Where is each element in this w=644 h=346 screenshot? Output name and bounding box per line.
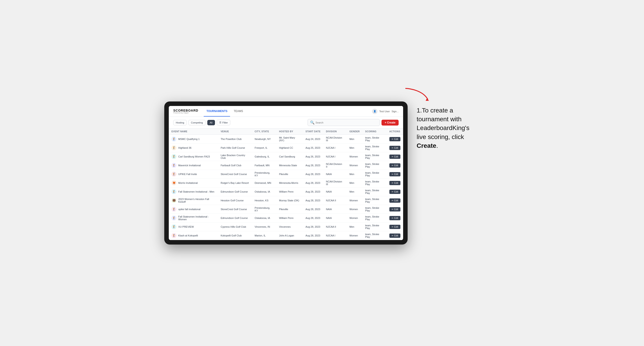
annotation-part2: . <box>436 142 438 149</box>
edit-button[interactable]: ✏ Edit <box>389 155 400 159</box>
tab-tournaments[interactable]: TOURNAMENTS <box>204 106 230 117</box>
hosted-cell: Murray State (OK) <box>276 196 303 205</box>
red-arrow-svg <box>403 86 430 104</box>
hosted-cell: Vincennes <box>276 222 303 231</box>
annotation-text: 1.To create a tournament with Leaderboar… <box>417 106 480 150</box>
page-wrapper: SCOREBOARD Powered by Clippd TOURNAMENTS… <box>164 101 480 245</box>
nav-right: 👤 Test User Sign... <box>372 109 398 114</box>
all-button[interactable]: All <box>207 120 215 125</box>
venue-cell: Lake Bracken Country Club <box>218 152 252 161</box>
venue-cell: StoneCrest Golf Course <box>218 205 252 214</box>
table-container: EVENT NAME VENUE CITY, STATE HOSTED BY S… <box>169 129 403 240</box>
edit-button[interactable]: ✏ Edit <box>389 181 400 185</box>
division-cell: NCAA Division III <box>323 179 347 187</box>
edit-icon: ✏ <box>392 199 394 202</box>
event-icon: 🏌 <box>172 233 176 238</box>
hosted-cell: Minnesota State <box>276 161 303 170</box>
event-icon: 🏌 <box>172 145 176 150</box>
city-cell: Hesston, KS <box>252 196 276 205</box>
gender-cell: Men <box>347 170 362 179</box>
gender-cell: Men <box>347 135 362 144</box>
edit-button[interactable]: ✏ Edit <box>389 198 400 203</box>
actions-cell: ✏ Edit <box>387 187 403 196</box>
toolbar: Hosting Competing All ☰ Filter 🔍 + Creat… <box>169 117 403 129</box>
gender-cell: Men <box>347 179 362 187</box>
actions-cell: ✏ Edit <box>387 170 403 179</box>
gender-cell: Women <box>347 161 362 170</box>
event-name: Highland 36 <box>178 147 192 149</box>
venue-cell: The Powelton Club <box>218 135 252 144</box>
col-actions: ACTIONS <box>387 129 403 135</box>
edit-button[interactable]: ✏ Edit <box>389 216 400 220</box>
edit-button[interactable]: ✏ Edit <box>389 172 400 176</box>
city-cell: Deerwood, MN <box>252 179 276 187</box>
edit-button[interactable]: ✏ Edit <box>389 190 400 194</box>
division-cell: NJCAA I <box>323 152 347 161</box>
division-cell: NJCAA II <box>323 222 347 231</box>
event-name-cell: 🏌 Carl Sandburg Women FA23 <box>169 152 218 161</box>
filter-button[interactable]: ☰ Filter <box>217 120 230 125</box>
city-cell: Prestonsburg, KY <box>252 170 276 179</box>
gender-cell: Men <box>347 222 362 231</box>
city-cell: Marion, IL <box>252 231 276 240</box>
event-name-cell: 🏌 MSMC Qualifying 1 <box>169 135 218 144</box>
division-cell: NJCAA I <box>323 144 347 152</box>
competing-button[interactable]: Competing <box>188 120 205 125</box>
edit-button[interactable]: ✏ Edit <box>389 146 400 150</box>
date-cell: Aug 24, 2023 <box>303 135 323 144</box>
actions-cell: ✏ Edit <box>387 205 403 214</box>
date-cell: Aug 28, 2023 <box>303 179 323 187</box>
event-icon: 🏌 <box>172 224 176 229</box>
edit-icon: ✏ <box>392 164 394 167</box>
date-cell: Aug 28, 2023 <box>303 205 323 214</box>
division-cell: NCAA Division III <box>323 135 347 144</box>
event-name: UPIKE Fall Invite <box>178 173 197 175</box>
search-box: 🔍 <box>308 119 380 126</box>
events-table: EVENT NAME VENUE CITY, STATE HOSTED BY S… <box>169 129 403 240</box>
edit-button[interactable]: ✏ Edit <box>389 137 400 141</box>
event-name: Klash at Kokopelli <box>178 234 198 237</box>
tab-teams[interactable]: TEAMS <box>231 106 246 117</box>
division-cell: NAIA <box>323 214 347 222</box>
edit-icon: ✏ <box>392 147 394 149</box>
search-input[interactable] <box>316 121 377 124</box>
event-name: VU PREVIEW <box>178 225 194 228</box>
event-name-cell: 🏌 Fall Statesmen Invitational - Women <box>169 214 218 222</box>
event-name: Carl Sandburg Women FA23 <box>178 155 210 158</box>
edit-button[interactable]: ✏ Edit <box>389 163 400 168</box>
venue-cell: StoneCrest Golf Course <box>218 170 252 179</box>
create-button[interactable]: + Create <box>382 120 398 126</box>
hosted-cell: Minnesota-Morris <box>276 179 303 187</box>
actions-cell: ✏ Edit <box>387 231 403 240</box>
col-gender: GENDER <box>347 129 362 135</box>
scoring-cell: team, Stroke Play <box>362 196 387 205</box>
venue-cell: Kokopelli Golf Club <box>218 231 252 240</box>
table-row: 🏌 Klash at Kokopelli Kokopelli Golf Club… <box>169 231 403 240</box>
event-name: 2023 Women's Hesston Fall Kickoff <box>178 198 215 203</box>
scoring-cell: team, Stroke Play <box>362 152 387 161</box>
scoring-cell: team, Stroke Play <box>362 231 387 240</box>
scoring-cell: team, Stroke Play <box>362 179 387 187</box>
nav-tabs: TOURNAMENTS TEAMS <box>204 106 246 117</box>
date-cell: Aug 28, 2023 <box>303 214 323 222</box>
city-cell: Oskaloosa, IA <box>252 214 276 222</box>
annotation-bold: Create <box>417 142 436 149</box>
actions-cell: ✏ Edit <box>387 222 403 231</box>
actions-cell: ✏ Edit <box>387 161 403 170</box>
event-name-cell: 🏌 Maverick Invitational <box>169 161 218 170</box>
table-row: 🦊 Morris Invitational Rutger's Bay Lake … <box>169 179 403 187</box>
gender-cell: Men <box>347 144 362 152</box>
hosting-button[interactable]: Hosting <box>173 120 186 125</box>
logo-area: SCOREBOARD Powered by Clippd <box>173 109 198 114</box>
table-header-row: EVENT NAME VENUE CITY, STATE HOSTED BY S… <box>169 129 403 135</box>
event-name-cell: 🏌 VU PREVIEW <box>169 222 218 231</box>
edit-button[interactable]: ✏ Edit <box>389 207 400 211</box>
nav-bar: SCOREBOARD Powered by Clippd TOURNAMENTS… <box>169 106 403 117</box>
edit-button[interactable]: ✏ Edit <box>389 225 400 229</box>
actions-cell: ✏ Edit <box>387 179 403 187</box>
edit-button[interactable]: ✏ Edit <box>389 233 400 238</box>
date-cell: Aug 28, 2023 <box>303 231 323 240</box>
table-row: 🏌 Maverick Invitational Faribault Golf C… <box>169 161 403 170</box>
sign-in-link[interactable]: Sign... <box>392 110 398 113</box>
hosted-cell: Highland CC <box>276 144 303 152</box>
